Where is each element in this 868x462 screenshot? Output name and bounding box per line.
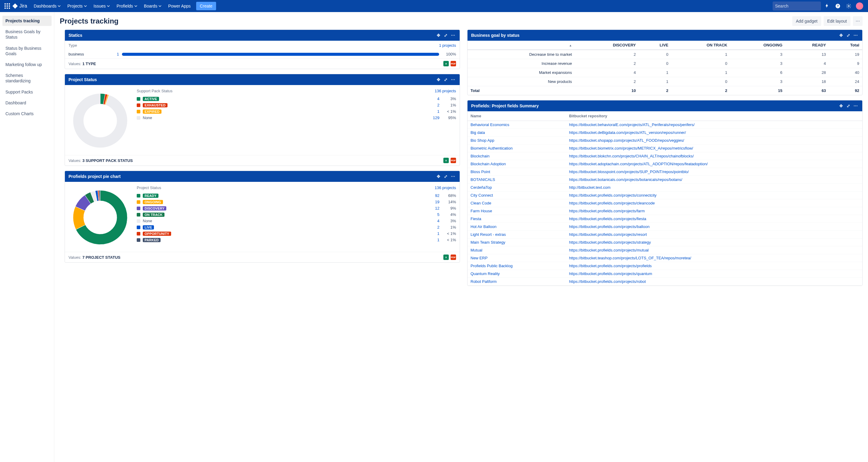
repo-link[interactable]: https://bitbucket.profields.com/projects… xyxy=(569,193,657,198)
nav-item-power-apps[interactable]: Power Apps xyxy=(165,2,194,10)
project-name-link[interactable]: Light Resort - extras xyxy=(470,232,506,237)
nav-item-profields[interactable]: Profields xyxy=(114,2,140,10)
dashboard-more-button[interactable]: ⋯ xyxy=(853,16,863,26)
expand-icon[interactable]: ⤢ xyxy=(845,32,851,38)
help-icon[interactable]: ? xyxy=(833,1,843,11)
repo-link[interactable]: https://bitbucket.deBigdata.com/projects… xyxy=(569,130,686,135)
legend-count[interactable]: 19 xyxy=(424,200,439,204)
stat-row-count[interactable]: 1 xyxy=(117,52,119,56)
table-header[interactable]: READY xyxy=(785,41,829,50)
expand-icon[interactable]: ⤢ xyxy=(443,76,449,82)
notifications-icon[interactable] xyxy=(822,1,832,11)
project-name-link[interactable]: Profields Public Backlog xyxy=(470,264,513,268)
sort-icon[interactable]: ▲ xyxy=(569,44,572,47)
legend-count[interactable]: 4 xyxy=(424,97,439,101)
gadget-more-icon[interactable]: ⋯ xyxy=(450,32,456,38)
projects-count-link[interactable]: 1 projects xyxy=(439,43,456,47)
export-excel-icon[interactable]: X xyxy=(443,61,449,66)
export-excel-icon[interactable]: X xyxy=(443,158,449,163)
project-name-link[interactable]: Robot Paltform xyxy=(470,279,497,284)
sidebar-item[interactable]: Business Goals by Status xyxy=(2,27,52,42)
project-name-link[interactable]: Big data xyxy=(470,130,485,135)
table-header[interactable]: DISCOVERY xyxy=(575,41,639,50)
table-header[interactable]: ONGOING xyxy=(731,41,785,50)
move-icon[interactable]: ✥ xyxy=(435,76,441,82)
table-header[interactable]: Bitbucket repository xyxy=(566,111,862,121)
repo-link[interactable]: https://bitbucket.profields.com/projects… xyxy=(569,271,652,276)
project-name-link[interactable]: New ERP xyxy=(470,256,488,260)
create-button[interactable]: Create xyxy=(196,2,216,10)
profile-avatar[interactable] xyxy=(855,1,864,11)
table-header[interactable]: LIVE xyxy=(639,41,672,50)
table-header[interactable]: Name xyxy=(467,111,566,121)
repo-link[interactable]: https://bitbucket.behavioralE.com/projec… xyxy=(569,123,695,127)
legend-count[interactable]: 12 xyxy=(424,206,439,210)
repo-link[interactable]: https://bitbucket.biometrix.com/projects… xyxy=(569,146,693,151)
project-name-link[interactable]: CerdeñaTop xyxy=(470,185,492,190)
project-name-link[interactable]: Bloss Point xyxy=(470,169,490,174)
repo-link[interactable]: https://bitbucket.teashop.com/projects/L… xyxy=(569,256,691,260)
export-pdf-icon[interactable]: PDF xyxy=(451,255,456,260)
repo-link[interactable]: https://bitbucket.blokchn.com/projects/C… xyxy=(569,154,694,158)
repo-link[interactable]: https://bitbucket.shopapp.com/projects/A… xyxy=(569,138,684,143)
add-gadget-button[interactable]: Add gadget xyxy=(792,16,821,26)
legend-count[interactable]: 1 xyxy=(424,109,439,114)
move-icon[interactable]: ✥ xyxy=(838,103,844,109)
app-switcher-icon[interactable] xyxy=(4,2,11,10)
move-icon[interactable]: ✥ xyxy=(838,32,844,38)
project-name-link[interactable]: Behavioral Economics xyxy=(470,123,509,127)
project-name-link[interactable]: Clean Code xyxy=(470,201,491,205)
legend-count[interactable]: 1 xyxy=(424,231,439,236)
jira-logo[interactable]: Jira xyxy=(12,3,27,9)
projects-count-link[interactable]: 136 projects xyxy=(435,89,456,93)
project-name-link[interactable]: Quantum Reality xyxy=(470,271,500,276)
expand-icon[interactable]: ⤢ xyxy=(443,173,449,179)
repo-link[interactable]: https://bitbucket.adoptachain.com/projec… xyxy=(569,162,708,166)
gadget-more-icon[interactable]: ⋯ xyxy=(450,76,456,82)
search-input[interactable] xyxy=(775,4,828,8)
export-pdf-icon[interactable]: PDF xyxy=(451,61,456,66)
sidebar-item[interactable]: Marketing follow up xyxy=(2,59,52,70)
project-name-link[interactable]: Blockchain Adoption xyxy=(470,162,506,166)
export-pdf-icon[interactable]: PDF xyxy=(451,158,456,163)
move-icon[interactable]: ✥ xyxy=(435,173,441,179)
nav-item-boards[interactable]: Boards xyxy=(141,2,164,10)
sidebar-item[interactable]: Support Packs xyxy=(2,87,52,97)
repo-link[interactable]: https://bitbucket.profields.com/projects… xyxy=(569,201,655,205)
legend-count[interactable]: 4 xyxy=(424,219,439,223)
sidebar-item[interactable]: Dashboard xyxy=(2,98,52,108)
legend-count[interactable]: 5 xyxy=(424,212,439,217)
expand-icon[interactable]: ⤢ xyxy=(443,32,449,38)
edit-layout-button[interactable]: Edit layout xyxy=(824,16,850,26)
nav-item-issues[interactable]: Issues xyxy=(91,2,113,10)
repo-link[interactable]: https://bitbucket.profields.com/projects… xyxy=(569,224,650,229)
repo-link[interactable]: https://bitbucket.profields.com/projects… xyxy=(569,217,647,221)
legend-count[interactable]: 129 xyxy=(424,116,439,120)
repo-link[interactable]: https://bitbucket.profields.com/projects… xyxy=(569,232,647,237)
nav-item-projects[interactable]: Projects xyxy=(64,2,90,10)
repo-link[interactable]: https://bitbucket.profields.com/projects… xyxy=(569,264,652,268)
repo-link[interactable]: https://bitbucket.botanicals.com/project… xyxy=(569,177,682,182)
nav-item-dashboards[interactable]: Dashboards xyxy=(31,2,64,10)
project-name-link[interactable]: Mutual xyxy=(470,248,482,253)
project-name-link[interactable]: Blockchain xyxy=(470,154,490,158)
project-name-link[interactable]: Farm House xyxy=(470,209,492,213)
project-name-link[interactable]: Fiesta xyxy=(470,217,481,221)
sidebar-item[interactable]: Projects tracking xyxy=(2,16,52,26)
table-header[interactable]: ON TRACK xyxy=(672,41,731,50)
sidebar-item[interactable]: Schemes standardizing xyxy=(2,70,52,86)
project-name-link[interactable]: Hot Air Balloon xyxy=(470,224,496,229)
sidebar-item[interactable]: Status by Business Goals xyxy=(2,43,52,59)
project-name-link[interactable]: BOTANICALS xyxy=(470,177,495,182)
legend-count[interactable]: 92 xyxy=(424,193,439,198)
gadget-more-icon[interactable]: ⋯ xyxy=(450,173,456,179)
gadget-more-icon[interactable]: ⋯ xyxy=(852,103,859,109)
legend-count[interactable]: 1 xyxy=(424,238,439,242)
repo-link[interactable]: https://bitbucket.profields.com/projects… xyxy=(569,240,651,244)
repo-link[interactable]: https://bitbucket.profields.com/projects… xyxy=(569,209,645,213)
project-name-link[interactable]: Biometric Authentication xyxy=(470,146,513,151)
move-icon[interactable]: ✥ xyxy=(435,32,441,38)
export-excel-icon[interactable]: X xyxy=(443,255,449,260)
repo-link[interactable]: https://bitbucket.profields.com/projects… xyxy=(569,248,649,253)
legend-count[interactable]: 2 xyxy=(424,103,439,107)
